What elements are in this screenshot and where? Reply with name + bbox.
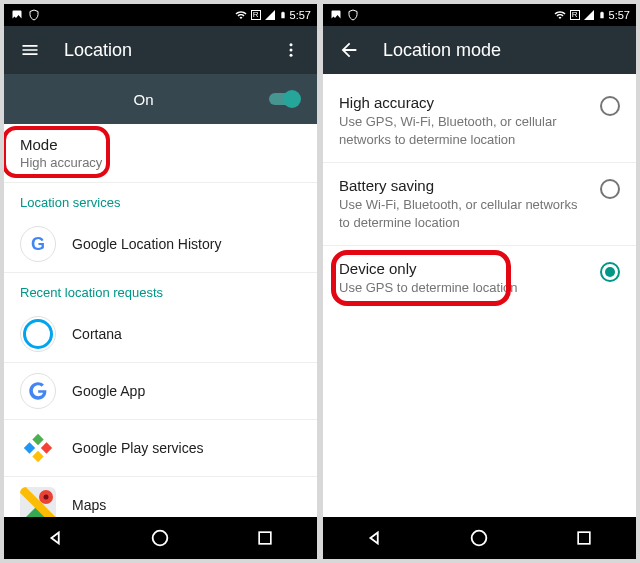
phone-location-mode: R 5:57 Location mode High accuracy Use G…	[323, 4, 636, 559]
gmaps-label: Maps	[72, 497, 106, 513]
svg-rect-9	[578, 532, 590, 544]
action-bar: Location mode	[323, 26, 636, 74]
phone-location-settings: R 5:57 Location On Mode High accuracy Lo…	[4, 4, 317, 559]
location-toggle-row[interactable]: On	[4, 74, 317, 124]
shield-icon	[28, 9, 40, 21]
nav-home[interactable]	[130, 527, 190, 549]
back-arrow-icon[interactable]	[337, 39, 361, 61]
maps-icon	[20, 487, 56, 517]
settings-list: Mode High accuracy Location services G G…	[4, 124, 317, 517]
cortana-label: Cortana	[72, 326, 122, 342]
cortana-icon	[20, 316, 56, 352]
nav-home[interactable]	[449, 527, 509, 549]
mode-options: High accuracy Use GPS, Wi-Fi, Bluetooth,…	[323, 74, 636, 517]
hamburger-icon[interactable]	[18, 40, 42, 60]
action-bar: Location	[4, 26, 317, 74]
opt-title: Battery saving	[339, 177, 588, 194]
radio-dev[interactable]	[600, 262, 620, 282]
radio-high[interactable]	[600, 96, 620, 116]
nav-back[interactable]	[26, 527, 86, 549]
battery-icon	[598, 9, 606, 21]
gapp-label: Google App	[72, 383, 145, 399]
r-badge: R	[570, 10, 580, 20]
app-maps[interactable]: Maps	[4, 477, 317, 517]
svg-rect-7	[259, 532, 271, 544]
opt-title: High accuracy	[339, 94, 588, 111]
cell-icon	[264, 9, 276, 21]
option-device-only[interactable]: Device only Use GPS to determine locatio…	[323, 246, 636, 311]
nav-back[interactable]	[345, 527, 405, 549]
option-battery-saving[interactable]: Battery saving Use Wi-Fi, Bluetooth, or …	[323, 163, 636, 246]
opt-sub: Use GPS, Wi-Fi, Bluetooth, or cellular n…	[339, 113, 588, 148]
clock: 5:57	[609, 9, 630, 21]
toggle-label: On	[20, 91, 267, 108]
nav-bar	[323, 517, 636, 559]
opt-sub: Use Wi-Fi, Bluetooth, or cellular networ…	[339, 196, 588, 231]
mode-title: Mode	[20, 136, 301, 153]
mode-item[interactable]: Mode High accuracy	[4, 124, 317, 183]
overflow-icon[interactable]	[279, 41, 303, 59]
play-services-icon	[20, 430, 56, 466]
subheader-recent: Recent location requests	[4, 273, 317, 306]
app-play-services[interactable]: Google Play services	[4, 420, 317, 477]
svg-point-8	[472, 531, 487, 546]
radio-batt[interactable]	[600, 179, 620, 199]
status-bar: R 5:57	[323, 4, 636, 26]
image-icon	[10, 9, 24, 21]
google-app-icon	[20, 373, 56, 409]
r-badge: R	[251, 10, 261, 20]
clock: 5:57	[290, 9, 311, 21]
wifi-icon	[234, 9, 248, 21]
page-title: Location mode	[383, 40, 622, 61]
google-icon: G	[20, 226, 56, 262]
nav-bar	[4, 517, 317, 559]
svg-point-1	[290, 49, 293, 52]
status-bar: R 5:57	[4, 4, 317, 26]
nav-recent[interactable]	[554, 528, 614, 548]
svg-point-2	[290, 54, 293, 57]
location-history-item[interactable]: G Google Location History	[4, 216, 317, 273]
svg-point-6	[153, 531, 168, 546]
option-high-accuracy[interactable]: High accuracy Use GPS, Wi-Fi, Bluetooth,…	[323, 80, 636, 163]
svg-point-5	[44, 495, 49, 500]
location-switch[interactable]	[267, 90, 301, 108]
app-cortana[interactable]: Cortana	[4, 306, 317, 363]
image-icon	[329, 9, 343, 21]
shield-icon	[347, 9, 359, 21]
opt-sub: Use GPS to determine location	[339, 279, 588, 297]
gplay-label: Google Play services	[72, 440, 204, 456]
nav-recent[interactable]	[235, 528, 295, 548]
wifi-icon	[553, 9, 567, 21]
subheader-services: Location services	[4, 183, 317, 216]
history-label: Google Location History	[72, 236, 221, 252]
page-title: Location	[64, 40, 279, 61]
cell-icon	[583, 9, 595, 21]
opt-title: Device only	[339, 260, 588, 277]
app-google[interactable]: Google App	[4, 363, 317, 420]
mode-sub: High accuracy	[20, 155, 301, 170]
svg-point-0	[290, 43, 293, 46]
battery-icon	[279, 9, 287, 21]
